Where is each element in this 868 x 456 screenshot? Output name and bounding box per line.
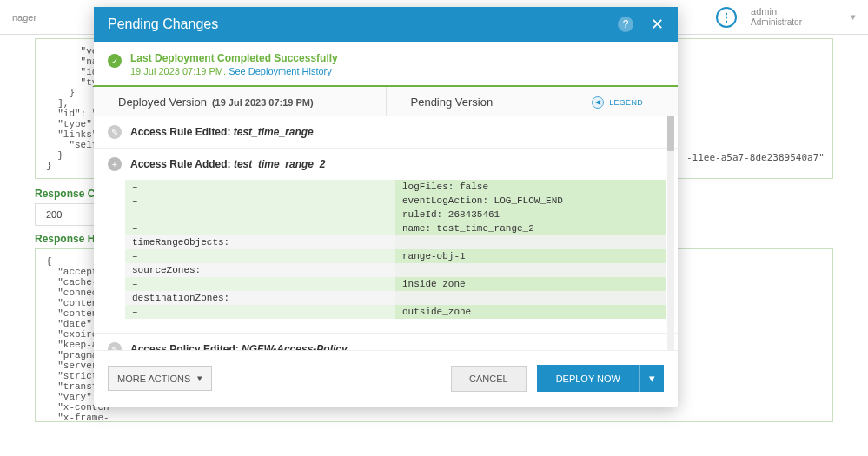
deploy-now-button[interactable]: DEPLOY NOW [537,365,639,392]
diff-left: – [125,221,395,235]
diff-left: – [125,194,395,208]
rule-name: test_time_range_2 [234,158,325,170]
policy-name: NGFW-Access-Policy [242,343,348,351]
close-icon[interactable]: ✕ [651,17,664,32]
diff-right [395,291,666,305]
deployed-version-label: Deployed Version [118,96,207,109]
chevron-down-icon: ▾ [649,372,655,385]
user-name: admin [751,6,802,17]
chevron-down-icon[interactable]: ▾ [851,11,856,23]
diff-right: range-obj-1 [395,249,666,263]
diff-right [395,235,666,249]
user-menu[interactable]: admin Administrator [751,6,802,28]
section-access-rule-added[interactable]: + Access Rule Added: test_time_range_2 [94,149,678,180]
code-fragment-row: -11ee-a5a7-8de2389540a7" [686,152,825,163]
cancel-button[interactable]: CANCEL [451,366,527,392]
success-check-icon: ✓ [108,54,122,68]
banner-title: Last Deployment Completed Successfully [130,52,338,64]
modal-footer: MORE ACTIONS ▾ CANCEL DEPLOY NOW ▾ [94,351,678,407]
diff-left: timeRangeObjects: [125,235,395,249]
deploy-status-banner: ✓ Last Deployment Completed Successfully… [94,42,678,87]
chevron-down-icon: ▾ [197,373,202,384]
more-actions-label: MORE ACTIONS [117,373,190,384]
section-prefix: Access Rule Added: [130,158,231,170]
deployed-version-timestamp: (19 Jul 2023 07:19 PM) [212,97,314,108]
diff-left: – [125,180,395,194]
diff-left: – [125,305,395,319]
deploy-dropdown-button[interactable]: ▾ [639,365,664,392]
pending-version-label: Pending Version [411,96,494,109]
deploy-button-group: DEPLOY NOW ▾ [537,365,664,392]
added-icon: + [108,157,122,171]
diff-left: – [125,277,395,291]
edited-icon: ✎ [108,125,122,139]
more-actions-button[interactable]: MORE ACTIONS ▾ [108,366,212,391]
edited-icon: ✎ [108,342,122,351]
rule-name: test_time_range [234,126,314,138]
scrollbar-thumb[interactable] [667,116,674,151]
diff-block: –logFiles: false –eventLogAction: LOG_FL… [94,180,678,326]
diff-left: destinationZones: [125,291,395,305]
modal-header: Pending Changes ? ✕ [94,7,678,42]
help-circle-icon[interactable]: ⋮ [716,7,737,28]
legend-label[interactable]: LEGEND [609,98,643,107]
section-access-policy-edited[interactable]: ✎ Access Policy Edited: NGFW-Access-Poli… [94,334,678,351]
diff-left: – [125,208,395,221]
app-title-fragment: nager [12,12,36,23]
section-access-rule-edited[interactable]: ✎ Access Rule Edited: test_time_range [94,116,678,148]
diff-right: outside_zone [395,305,666,319]
legend-toggle-icon[interactable]: ◀ [592,96,604,109]
help-icon[interactable]: ? [618,17,633,32]
see-history-link[interactable]: See Deployment History [229,66,332,76]
diff-left: sourceZones: [125,263,395,277]
changes-list[interactable]: ✎ Access Rule Edited: test_time_range + … [94,116,678,351]
version-columns-header: Deployed Version (19 Jul 2023 07:19 PM) … [94,87,678,116]
diff-left: – [125,249,395,263]
status-code: 200 [35,203,96,226]
diff-right: logFiles: false [395,180,666,194]
banner-time: 19 Jul 2023 07:19 PM. [130,66,226,76]
pending-changes-modal: Pending Changes ? ✕ ✓ Last Deployment Co… [94,7,678,407]
diff-right [395,263,666,277]
diff-right: eventLogAction: LOG_FLOW_END [395,194,666,208]
modal-title: Pending Changes [108,17,218,32]
section-prefix: Access Rule Edited: [130,126,230,138]
scrollbar-track[interactable] [667,116,674,350]
user-role: Administrator [751,17,802,28]
diff-right: inside_zone [395,277,666,291]
section-prefix: Access Policy Edited: [130,343,239,351]
diff-right: name: test_time_range_2 [395,221,666,235]
diff-right: ruleId: 268435461 [395,208,666,221]
